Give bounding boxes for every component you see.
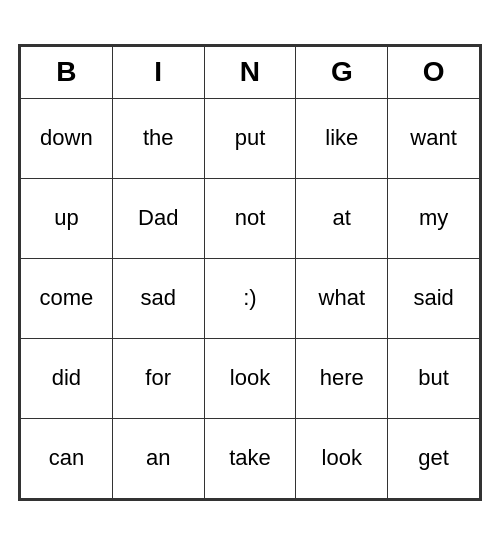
cell-r1-c3: at <box>296 178 388 258</box>
cell-r3-c3: here <box>296 338 388 418</box>
cell-r2-c4: said <box>388 258 480 338</box>
header-col-i: I <box>112 46 204 98</box>
cell-r1-c2: not <box>204 178 296 258</box>
cell-r0-c1: the <box>112 98 204 178</box>
table-row: didforlookherebut <box>21 338 480 418</box>
cell-r2-c1: sad <box>112 258 204 338</box>
cell-r4-c4: get <box>388 418 480 498</box>
header-row: BINGO <box>21 46 480 98</box>
cell-r2-c0: come <box>21 258 113 338</box>
header-col-n: N <box>204 46 296 98</box>
cell-r0-c3: like <box>296 98 388 178</box>
cell-r0-c0: down <box>21 98 113 178</box>
bingo-card: BINGO downtheputlikewantupDadnotatmycome… <box>18 44 482 501</box>
cell-r1-c1: Dad <box>112 178 204 258</box>
cell-r4-c3: look <box>296 418 388 498</box>
table-row: downtheputlikewant <box>21 98 480 178</box>
cell-r2-c3: what <box>296 258 388 338</box>
table-row: comesad:)whatsaid <box>21 258 480 338</box>
header-col-b: B <box>21 46 113 98</box>
header-col-g: G <box>296 46 388 98</box>
cell-r3-c2: look <box>204 338 296 418</box>
cell-r2-c2: :) <box>204 258 296 338</box>
cell-r4-c0: can <box>21 418 113 498</box>
cell-r3-c4: but <box>388 338 480 418</box>
table-row: upDadnotatmy <box>21 178 480 258</box>
bingo-table: BINGO downtheputlikewantupDadnotatmycome… <box>20 46 480 499</box>
header-col-o: O <box>388 46 480 98</box>
table-row: canantakelookget <box>21 418 480 498</box>
cell-r0-c4: want <box>388 98 480 178</box>
cell-r1-c0: up <box>21 178 113 258</box>
cell-r3-c1: for <box>112 338 204 418</box>
cell-r0-c2: put <box>204 98 296 178</box>
cell-r4-c1: an <box>112 418 204 498</box>
cell-r1-c4: my <box>388 178 480 258</box>
cell-r4-c2: take <box>204 418 296 498</box>
cell-r3-c0: did <box>21 338 113 418</box>
